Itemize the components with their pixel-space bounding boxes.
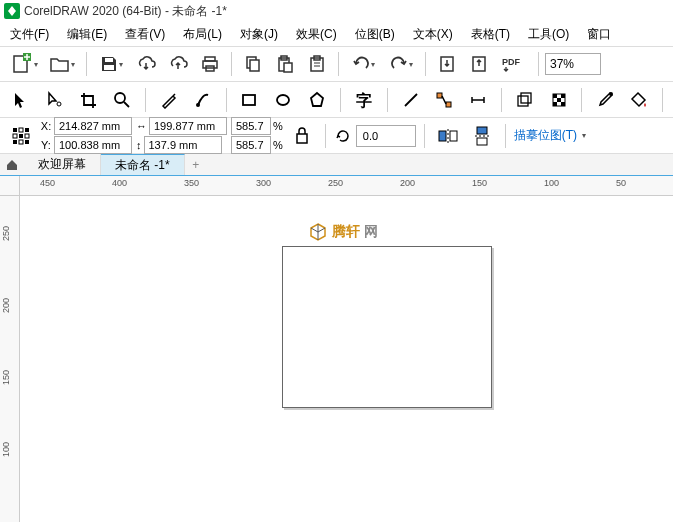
size-group: ↔ ↕ <box>136 117 227 154</box>
eyedropper-tool[interactable] <box>590 85 620 115</box>
crop-tool[interactable] <box>74 85 104 115</box>
menu-file[interactable]: 文件(F) <box>10 26 49 43</box>
export-button[interactable] <box>464 49 494 79</box>
menu-bitmap[interactable]: 位图(B) <box>355 26 395 43</box>
separator <box>387 88 388 112</box>
pick-tool[interactable] <box>6 85 36 115</box>
text-tool[interactable]: 字 <box>349 85 379 115</box>
copy-button[interactable] <box>238 49 268 79</box>
svg-rect-32 <box>561 102 565 106</box>
menu-edit[interactable]: 编辑(E) <box>67 26 107 43</box>
fill-tool[interactable] <box>624 85 654 115</box>
menu-tools[interactable]: 工具(O) <box>528 26 569 43</box>
ruler-vertical[interactable]: 250 200 150 100 <box>0 196 20 522</box>
clipboard-button[interactable] <box>302 49 332 79</box>
width-icon: ↔ <box>136 120 147 132</box>
separator <box>581 88 582 112</box>
svg-rect-40 <box>13 140 17 144</box>
ruler-tick: 100 <box>1 442 11 457</box>
svg-rect-42 <box>25 140 29 144</box>
lock-ratio-button[interactable] <box>287 121 317 151</box>
width-input[interactable] <box>149 117 227 135</box>
scale-y-input[interactable] <box>231 136 271 154</box>
ruler-horizontal[interactable]: 450 400 350 300 250 200 150 100 50 <box>20 176 673 196</box>
document-tabs: 欢迎屏幕 未命名 -1* + <box>0 154 673 176</box>
ruler-tick: 50 <box>616 178 626 188</box>
undo-button[interactable]: ▾ <box>345 49 381 79</box>
mirror-v-button[interactable] <box>467 121 497 151</box>
svg-rect-2 <box>105 58 113 62</box>
polygon-tool[interactable] <box>302 85 332 115</box>
trace-bitmap-button[interactable]: 描摹位图(T) <box>514 127 577 144</box>
print-button[interactable] <box>195 49 225 79</box>
scale-x-input[interactable] <box>231 117 271 135</box>
svg-rect-44 <box>439 131 446 141</box>
svg-rect-23 <box>437 93 442 98</box>
separator <box>662 88 663 112</box>
artistic-tool[interactable] <box>188 85 218 115</box>
menu-object[interactable]: 对象(J) <box>240 26 278 43</box>
canvas[interactable]: 腾轩网 <box>20 196 673 522</box>
property-bar: X: Y: ↔ ↕ % % 0.0 描摹位图(T)▾ <box>0 118 673 154</box>
menubar: 文件(F) 编辑(E) 查看(V) 布局(L) 对象(J) 效果(C) 位图(B… <box>0 22 673 46</box>
svg-rect-11 <box>284 63 292 72</box>
add-tab-button[interactable]: + <box>185 154 207 175</box>
connector-tool[interactable] <box>429 85 459 115</box>
ruler-tick: 400 <box>112 178 127 188</box>
svg-rect-38 <box>19 134 23 138</box>
effects-tool[interactable] <box>510 85 540 115</box>
svg-rect-41 <box>19 140 23 144</box>
rotation-input[interactable]: 0.0 <box>356 125 416 147</box>
menu-text[interactable]: 文本(X) <box>413 26 453 43</box>
menu-table[interactable]: 表格(T) <box>471 26 510 43</box>
separator <box>340 88 341 112</box>
zoom-tool[interactable] <box>107 85 137 115</box>
toolbox: 字 <box>0 82 673 118</box>
menu-layout[interactable]: 布局(L) <box>183 26 222 43</box>
rotate-icon <box>334 127 352 145</box>
home-tab[interactable] <box>0 154 24 175</box>
ellipse-tool[interactable] <box>268 85 298 115</box>
rectangle-tool[interactable] <box>235 85 265 115</box>
height-input[interactable] <box>144 136 222 154</box>
separator <box>424 124 425 148</box>
freehand-tool[interactable] <box>154 85 184 115</box>
page-boundary <box>282 246 492 408</box>
menu-effect[interactable]: 效果(C) <box>296 26 337 43</box>
new-button[interactable]: ▾ <box>6 49 42 79</box>
ruler-tick: 450 <box>40 178 55 188</box>
origin-icon[interactable] <box>6 121 36 151</box>
svg-rect-24 <box>446 102 451 107</box>
paste-button[interactable] <box>270 49 300 79</box>
dimension-tool[interactable] <box>463 85 493 115</box>
zoom-value: 37% <box>550 57 574 71</box>
ruler-tick: 350 <box>184 178 199 188</box>
svg-rect-37 <box>13 134 17 138</box>
zoom-input[interactable]: 37% <box>545 53 601 75</box>
y-label: Y: <box>40 139 52 151</box>
menu-view[interactable]: 查看(V) <box>125 26 165 43</box>
transparency-tool[interactable] <box>544 85 574 115</box>
mirror-h-button[interactable] <box>433 121 463 151</box>
open-button[interactable]: ▾ <box>44 49 80 79</box>
shape-tool[interactable] <box>40 85 70 115</box>
svg-rect-30 <box>557 98 561 102</box>
titlebar: CorelDRAW 2020 (64-Bit) - 未命名 -1* <box>0 0 673 22</box>
document-tab[interactable]: 未命名 -1* <box>101 154 185 175</box>
menu-window[interactable]: 窗口 <box>587 26 611 43</box>
line-tool[interactable] <box>396 85 426 115</box>
cloud-down-button[interactable] <box>131 49 161 79</box>
y-input[interactable] <box>54 136 132 154</box>
cloud-up-button[interactable] <box>163 49 193 79</box>
svg-rect-28 <box>553 94 557 98</box>
save-button[interactable]: ▾ <box>93 49 129 79</box>
svg-point-33 <box>609 92 613 96</box>
welcome-tab[interactable]: 欢迎屏幕 <box>24 154 101 175</box>
import-button[interactable] <box>432 49 462 79</box>
chevron-down-icon: ▾ <box>582 131 586 140</box>
pct-label: % <box>273 139 283 151</box>
ruler-tick: 100 <box>544 178 559 188</box>
redo-button[interactable]: ▾ <box>383 49 419 79</box>
pdf-button[interactable]: PDF <box>496 49 532 79</box>
x-input[interactable] <box>54 117 132 135</box>
